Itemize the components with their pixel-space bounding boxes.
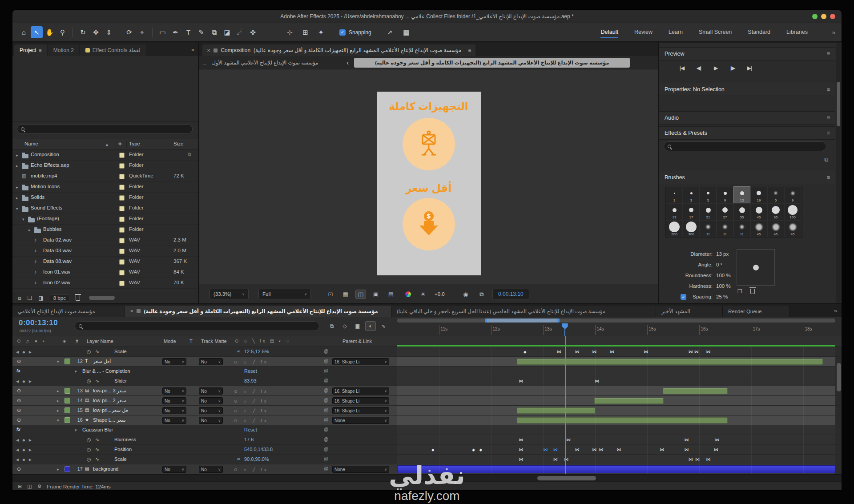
keyframe-icon[interactable]: ⋈ bbox=[644, 349, 648, 354]
close-window-button[interactable] bbox=[830, 14, 835, 19]
settings-icon[interactable]: ⚙ bbox=[37, 484, 42, 489]
keyframe-icon[interactable]: ⋈ bbox=[553, 447, 558, 452]
column-number[interactable]: # bbox=[76, 339, 78, 344]
comp-nav-previous-tab[interactable]: مؤسسة صوت الإبداع للإنتاج الأعلامي المشه… bbox=[212, 60, 318, 66]
vertical-scrollbar[interactable] bbox=[836, 43, 841, 303]
project-horizontal-scrollbar[interactable] bbox=[89, 296, 115, 300]
timeline-track[interactable]: ◆◆◆⋈⋈⋈⋈⋈⋈⋈⋈⋈⋈ bbox=[397, 445, 835, 454]
brush-preset-11[interactable]: 11 bbox=[733, 220, 750, 237]
timeline-track[interactable]: ⋈⋈⋈⋈⋈⋈ bbox=[397, 455, 835, 464]
bit-depth-button[interactable]: 8 bpc bbox=[50, 294, 69, 302]
create-new-panel-icon[interactable]: ⧉ bbox=[824, 157, 828, 163]
timeline-track[interactable]: ⋈⋈ bbox=[397, 376, 835, 386]
workspace-review[interactable]: Review bbox=[634, 27, 653, 38]
layer-color-chip[interactable] bbox=[64, 417, 70, 423]
timeline-track[interactable] bbox=[397, 425, 835, 435]
magnification-dropdown[interactable]: (33.3%)∨ bbox=[209, 289, 249, 299]
blend-mode-dropdown[interactable]: No∨ bbox=[162, 407, 186, 414]
timeline-layer-row-17[interactable]: ⊙▸17▤backgroundNo∨No∨⊙ ☼ ╱ fx@None∨ bbox=[12, 464, 842, 474]
project-row[interactable]: ♪Icon 02.wavWAV70 K bbox=[12, 278, 198, 289]
channels-icon[interactable] bbox=[403, 290, 413, 299]
reset-button[interactable]: Reset bbox=[244, 368, 257, 374]
brush-preset-45[interactable]: 45 bbox=[750, 203, 767, 220]
twirl-icon[interactable]: ▾ bbox=[75, 369, 77, 374]
snapshot-icon[interactable]: ◉ bbox=[460, 290, 471, 299]
label-color-chip[interactable] bbox=[119, 174, 125, 179]
twirl-icon[interactable]: ▸ bbox=[16, 153, 18, 157]
workspace-libraries[interactable]: Libraries bbox=[786, 27, 808, 38]
eye-toggle[interactable]: ⊙ bbox=[17, 359, 21, 364]
audio-panel-header[interactable]: Audio ≡ bbox=[659, 111, 835, 125]
parent-pickwhip-icon[interactable]: @ bbox=[324, 447, 328, 452]
layer-duration-bar[interactable] bbox=[397, 465, 835, 473]
preview-time-display[interactable]: 0:00:13:10 bbox=[492, 289, 529, 299]
nav-overflow-icon[interactable]: ... bbox=[202, 60, 207, 65]
snap-options-icon[interactable]: ↗ bbox=[384, 26, 396, 38]
keyframe-icon[interactable]: ⋈ bbox=[706, 349, 711, 354]
brush-preset-21[interactable]: 21 bbox=[700, 203, 717, 220]
timeline-effect-row[interactable]: fx▾Gaussian BlurReset@ bbox=[12, 425, 842, 435]
parent-pickwhip-icon[interactable]: @ bbox=[324, 437, 328, 442]
graph-editor-icon[interactable]: ∿ bbox=[378, 321, 389, 331]
first-frame-button[interactable]: |◀ bbox=[675, 63, 689, 73]
delete-brush-icon[interactable] bbox=[750, 289, 755, 294]
new-brush-icon[interactable]: ❐ bbox=[737, 288, 742, 294]
layer-duration-bar[interactable] bbox=[517, 417, 728, 423]
project-row[interactable]: ♪Icon 01.wavWAV84 K bbox=[12, 267, 198, 278]
label-color-chip[interactable] bbox=[119, 270, 125, 275]
brush-preset-3[interactable]: 3 bbox=[683, 186, 700, 203]
parent-pickwhip-icon[interactable]: @ bbox=[324, 359, 328, 363]
layer-duration-bar[interactable] bbox=[594, 398, 664, 404]
layer-switches[interactable]: ⊙ ☼ ╱ fx bbox=[234, 418, 269, 423]
keyframe-icon[interactable]: ⋈ bbox=[689, 349, 693, 354]
brush-preset-300[interactable]: 300 bbox=[683, 220, 700, 237]
keyframe-icon[interactable]: ⋈ bbox=[575, 447, 580, 452]
track-matte-dropdown[interactable]: No∨ bbox=[199, 397, 223, 404]
keyframe-navigator[interactable]: ◀ ◆ ▶ bbox=[16, 379, 33, 383]
hand-tool[interactable]: ✋ bbox=[44, 26, 56, 38]
keyframe-icon[interactable]: ⋈ bbox=[557, 349, 561, 354]
timeline-track[interactable] bbox=[397, 386, 835, 395]
keyframe-icon[interactable]: ⋈ bbox=[689, 457, 693, 461]
twirl-icon[interactable]: ▸ bbox=[57, 389, 59, 393]
timeline-tab-last-scene[interactable]: المشهد الأخير bbox=[656, 306, 723, 317]
parent-pickwhip-icon[interactable]: @ bbox=[324, 368, 328, 373]
parent-link-dropdown[interactable]: 16. Shape Li∨ bbox=[332, 387, 389, 395]
timeline-layer-row-15[interactable]: ⊙▸15▤low-pri...قل سعرNo∨No∨⊙ ☼ ╱ fx@16. … bbox=[12, 406, 842, 415]
time-ruler[interactable]: 11s12s13s14s15s16s17s18s bbox=[397, 324, 835, 336]
zoom-tool[interactable]: ⚲ bbox=[56, 26, 68, 38]
view-layout-icon[interactable]: ▤ bbox=[386, 290, 396, 299]
playhead-line[interactable] bbox=[565, 336, 566, 474]
eye-toggle[interactable]: ⊙ bbox=[17, 398, 21, 403]
twirl-icon[interactable]: ▸ bbox=[57, 399, 59, 403]
layer-color-chip[interactable] bbox=[64, 466, 70, 472]
type-tool[interactable]: T bbox=[182, 26, 194, 38]
keyframe-icon[interactable]: ⋈ bbox=[595, 379, 599, 383]
work-area-bar[interactable] bbox=[397, 319, 835, 323]
timeline-tab-next[interactable]: مؤسسة صوت الإبداع للإنتاج الأعلامي المشه… bbox=[391, 306, 656, 317]
eye-toggle[interactable]: ⊙ bbox=[17, 466, 21, 472]
stopwatch-icon[interactable]: ◷ bbox=[87, 378, 91, 384]
project-row[interactable]: ▸SolidsFolder bbox=[12, 193, 198, 203]
new-folder-icon[interactable]: ❒ bbox=[28, 295, 32, 301]
parent-link-dropdown[interactable]: None∨ bbox=[332, 417, 389, 424]
twirl-icon[interactable]: ▾ bbox=[16, 206, 18, 211]
timeline-track[interactable] bbox=[397, 415, 835, 425]
keyframe-icon[interactable]: ⋈ bbox=[592, 447, 596, 452]
layer-name[interactable]: low-pri...قل سعر bbox=[93, 407, 128, 413]
brush-preset-11[interactable]: 11 bbox=[717, 220, 733, 237]
panel-menu-icon[interactable]: ≡ bbox=[827, 51, 830, 57]
twirl-icon[interactable]: ▾ bbox=[22, 217, 24, 222]
track-matte-dropdown[interactable]: No∨ bbox=[199, 387, 223, 395]
twirl-icon[interactable]: ▸ bbox=[57, 408, 59, 413]
keyframe-icon[interactable]: ⋈ bbox=[684, 447, 689, 452]
property-value[interactable]: 540.0,1433.8 bbox=[244, 447, 273, 452]
timeline-property-row[interactable]: ◀ ◆ ▶◷∿Scale∞90.0,90.0%@⋈⋈⋈⋈⋈⋈ bbox=[12, 455, 842, 464]
project-row[interactable]: ▸BubblesFolder bbox=[12, 225, 198, 235]
twirl-icon[interactable]: ▸ bbox=[16, 164, 18, 168]
property-value[interactable]: 83.93 bbox=[244, 378, 257, 383]
twirl-icon[interactable]: ▸ bbox=[57, 467, 59, 472]
composition-button-icon[interactable]: ⊞ bbox=[18, 484, 22, 489]
eye-toggle[interactable]: ⊙ bbox=[17, 388, 21, 394]
guides-icon[interactable]: ▣ bbox=[371, 290, 381, 299]
